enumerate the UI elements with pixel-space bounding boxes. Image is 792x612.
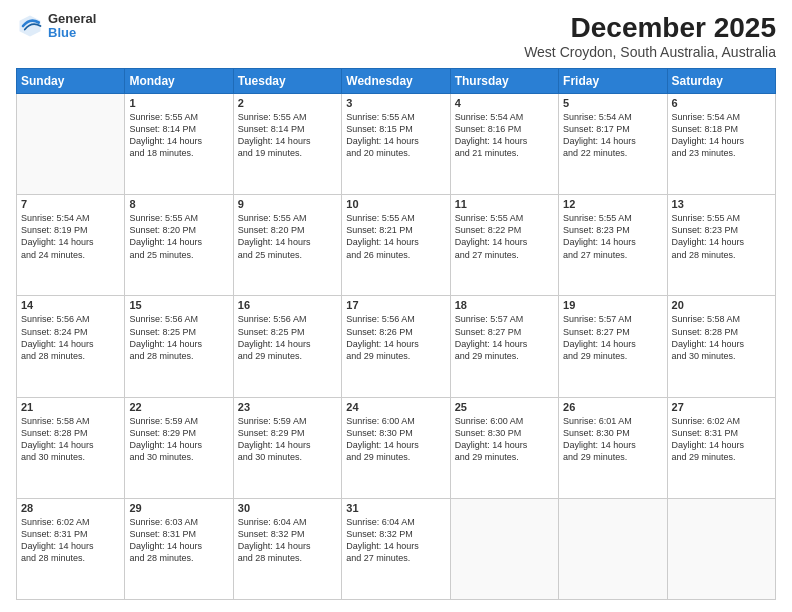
col-friday: Friday [559, 69, 667, 94]
day-number: 20 [672, 299, 771, 311]
calendar-cell: 11Sunrise: 5:55 AM Sunset: 8:22 PM Dayli… [450, 195, 558, 296]
day-number: 23 [238, 401, 337, 413]
calendar-cell: 4Sunrise: 5:54 AM Sunset: 8:16 PM Daylig… [450, 94, 558, 195]
calendar-cell: 28Sunrise: 6:02 AM Sunset: 8:31 PM Dayli… [17, 498, 125, 599]
calendar-cell: 8Sunrise: 5:55 AM Sunset: 8:20 PM Daylig… [125, 195, 233, 296]
logo-icon [16, 12, 44, 40]
calendar-cell [17, 94, 125, 195]
day-number: 28 [21, 502, 120, 514]
day-number: 3 [346, 97, 445, 109]
col-thursday: Thursday [450, 69, 558, 94]
day-number: 27 [672, 401, 771, 413]
calendar-cell: 29Sunrise: 6:03 AM Sunset: 8:31 PM Dayli… [125, 498, 233, 599]
day-info: Sunrise: 5:59 AM Sunset: 8:29 PM Dayligh… [129, 415, 228, 464]
calendar-cell: 16Sunrise: 5:56 AM Sunset: 8:25 PM Dayli… [233, 296, 341, 397]
day-number: 25 [455, 401, 554, 413]
calendar-cell [559, 498, 667, 599]
day-info: Sunrise: 5:55 AM Sunset: 8:20 PM Dayligh… [238, 212, 337, 261]
day-number: 16 [238, 299, 337, 311]
day-number: 9 [238, 198, 337, 210]
day-info: Sunrise: 6:01 AM Sunset: 8:30 PM Dayligh… [563, 415, 662, 464]
day-info: Sunrise: 5:54 AM Sunset: 8:16 PM Dayligh… [455, 111, 554, 160]
day-info: Sunrise: 5:58 AM Sunset: 8:28 PM Dayligh… [672, 313, 771, 362]
calendar-cell: 23Sunrise: 5:59 AM Sunset: 8:29 PM Dayli… [233, 397, 341, 498]
calendar-cell: 18Sunrise: 5:57 AM Sunset: 8:27 PM Dayli… [450, 296, 558, 397]
day-info: Sunrise: 5:54 AM Sunset: 8:18 PM Dayligh… [672, 111, 771, 160]
day-number: 4 [455, 97, 554, 109]
calendar-week-4: 21Sunrise: 5:58 AM Sunset: 8:28 PM Dayli… [17, 397, 776, 498]
calendar-cell: 13Sunrise: 5:55 AM Sunset: 8:23 PM Dayli… [667, 195, 775, 296]
calendar-cell: 7Sunrise: 5:54 AM Sunset: 8:19 PM Daylig… [17, 195, 125, 296]
day-number: 26 [563, 401, 662, 413]
calendar-cell: 6Sunrise: 5:54 AM Sunset: 8:18 PM Daylig… [667, 94, 775, 195]
day-info: Sunrise: 5:54 AM Sunset: 8:19 PM Dayligh… [21, 212, 120, 261]
calendar-cell: 27Sunrise: 6:02 AM Sunset: 8:31 PM Dayli… [667, 397, 775, 498]
day-info: Sunrise: 5:55 AM Sunset: 8:23 PM Dayligh… [672, 212, 771, 261]
calendar-cell: 5Sunrise: 5:54 AM Sunset: 8:17 PM Daylig… [559, 94, 667, 195]
day-info: Sunrise: 5:55 AM Sunset: 8:22 PM Dayligh… [455, 212, 554, 261]
day-number: 11 [455, 198, 554, 210]
logo-text: General Blue [48, 12, 96, 41]
day-info: Sunrise: 6:04 AM Sunset: 8:32 PM Dayligh… [346, 516, 445, 565]
logo-blue: Blue [48, 26, 96, 40]
calendar-cell: 9Sunrise: 5:55 AM Sunset: 8:20 PM Daylig… [233, 195, 341, 296]
day-info: Sunrise: 6:02 AM Sunset: 8:31 PM Dayligh… [21, 516, 120, 565]
calendar-cell: 2Sunrise: 5:55 AM Sunset: 8:14 PM Daylig… [233, 94, 341, 195]
calendar-header-row: Sunday Monday Tuesday Wednesday Thursday… [17, 69, 776, 94]
calendar-cell: 17Sunrise: 5:56 AM Sunset: 8:26 PM Dayli… [342, 296, 450, 397]
day-number: 5 [563, 97, 662, 109]
calendar-cell: 25Sunrise: 6:00 AM Sunset: 8:30 PM Dayli… [450, 397, 558, 498]
calendar-week-1: 1Sunrise: 5:55 AM Sunset: 8:14 PM Daylig… [17, 94, 776, 195]
calendar-cell: 1Sunrise: 5:55 AM Sunset: 8:14 PM Daylig… [125, 94, 233, 195]
day-info: Sunrise: 6:00 AM Sunset: 8:30 PM Dayligh… [346, 415, 445, 464]
day-number: 29 [129, 502, 228, 514]
day-number: 12 [563, 198, 662, 210]
calendar-cell: 21Sunrise: 5:58 AM Sunset: 8:28 PM Dayli… [17, 397, 125, 498]
day-info: Sunrise: 6:04 AM Sunset: 8:32 PM Dayligh… [238, 516, 337, 565]
day-number: 15 [129, 299, 228, 311]
col-monday: Monday [125, 69, 233, 94]
day-number: 13 [672, 198, 771, 210]
calendar-body: 1Sunrise: 5:55 AM Sunset: 8:14 PM Daylig… [17, 94, 776, 600]
day-info: Sunrise: 5:56 AM Sunset: 8:26 PM Dayligh… [346, 313, 445, 362]
title-block: December 2025 West Croydon, South Austra… [524, 12, 776, 60]
calendar-week-5: 28Sunrise: 6:02 AM Sunset: 8:31 PM Dayli… [17, 498, 776, 599]
calendar-cell: 15Sunrise: 5:56 AM Sunset: 8:25 PM Dayli… [125, 296, 233, 397]
day-info: Sunrise: 5:55 AM Sunset: 8:20 PM Dayligh… [129, 212, 228, 261]
calendar-title: December 2025 [524, 12, 776, 44]
day-info: Sunrise: 5:54 AM Sunset: 8:17 PM Dayligh… [563, 111, 662, 160]
day-number: 8 [129, 198, 228, 210]
day-info: Sunrise: 6:02 AM Sunset: 8:31 PM Dayligh… [672, 415, 771, 464]
day-info: Sunrise: 5:56 AM Sunset: 8:25 PM Dayligh… [238, 313, 337, 362]
day-info: Sunrise: 5:55 AM Sunset: 8:23 PM Dayligh… [563, 212, 662, 261]
day-number: 1 [129, 97, 228, 109]
day-number: 31 [346, 502, 445, 514]
calendar-cell: 30Sunrise: 6:04 AM Sunset: 8:32 PM Dayli… [233, 498, 341, 599]
day-number: 17 [346, 299, 445, 311]
calendar-subtitle: West Croydon, South Australia, Australia [524, 44, 776, 60]
calendar-week-2: 7Sunrise: 5:54 AM Sunset: 8:19 PM Daylig… [17, 195, 776, 296]
calendar-cell: 31Sunrise: 6:04 AM Sunset: 8:32 PM Dayli… [342, 498, 450, 599]
day-number: 19 [563, 299, 662, 311]
calendar-cell: 26Sunrise: 6:01 AM Sunset: 8:30 PM Dayli… [559, 397, 667, 498]
day-number: 24 [346, 401, 445, 413]
calendar-cell: 19Sunrise: 5:57 AM Sunset: 8:27 PM Dayli… [559, 296, 667, 397]
calendar-cell: 3Sunrise: 5:55 AM Sunset: 8:15 PM Daylig… [342, 94, 450, 195]
calendar-cell: 20Sunrise: 5:58 AM Sunset: 8:28 PM Dayli… [667, 296, 775, 397]
day-number: 30 [238, 502, 337, 514]
calendar-cell: 10Sunrise: 5:55 AM Sunset: 8:21 PM Dayli… [342, 195, 450, 296]
day-info: Sunrise: 5:55 AM Sunset: 8:21 PM Dayligh… [346, 212, 445, 261]
day-info: Sunrise: 5:58 AM Sunset: 8:28 PM Dayligh… [21, 415, 120, 464]
calendar-cell: 22Sunrise: 5:59 AM Sunset: 8:29 PM Dayli… [125, 397, 233, 498]
logo: General Blue [16, 12, 96, 41]
calendar-cell [450, 498, 558, 599]
col-saturday: Saturday [667, 69, 775, 94]
day-info: Sunrise: 5:59 AM Sunset: 8:29 PM Dayligh… [238, 415, 337, 464]
day-number: 2 [238, 97, 337, 109]
day-info: Sunrise: 5:55 AM Sunset: 8:14 PM Dayligh… [238, 111, 337, 160]
col-tuesday: Tuesday [233, 69, 341, 94]
day-number: 10 [346, 198, 445, 210]
calendar-cell: 14Sunrise: 5:56 AM Sunset: 8:24 PM Dayli… [17, 296, 125, 397]
day-number: 21 [21, 401, 120, 413]
day-info: Sunrise: 5:57 AM Sunset: 8:27 PM Dayligh… [563, 313, 662, 362]
